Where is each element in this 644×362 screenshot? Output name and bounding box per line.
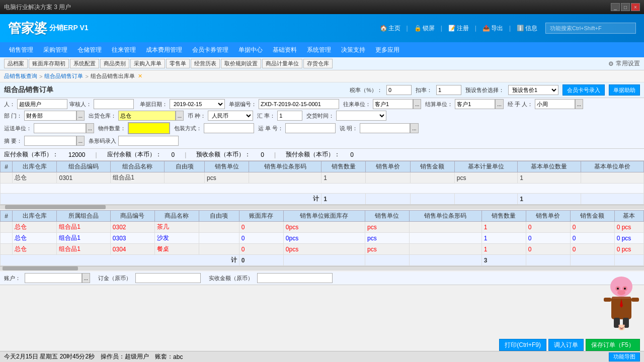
help-btn[interactable]: 单据助助 bbox=[609, 84, 640, 96]
operator-input[interactable] bbox=[17, 99, 67, 109]
toolbar-product-file[interactable]: 品档案 bbox=[4, 59, 28, 68]
dept-select-btn[interactable]: ... bbox=[76, 111, 85, 121]
svg-point-7 bbox=[617, 290, 625, 295]
print-btn[interactable]: 打印(Ctrl+F9) bbox=[499, 339, 546, 351]
order-amount-input[interactable] bbox=[135, 273, 201, 283]
note-input[interactable] bbox=[360, 123, 410, 133]
menu-member[interactable]: 会员卡券管理 bbox=[187, 44, 233, 56]
waybill-input[interactable] bbox=[285, 123, 336, 133]
nav-export[interactable]: 📤 导出 bbox=[482, 24, 503, 33]
sub-table-scrollbar[interactable] bbox=[0, 266, 644, 270]
currency-label: 币 种： bbox=[188, 112, 206, 120]
partner-label: 往来单位： bbox=[343, 101, 371, 108]
nav-lock[interactable]: 🔒 锁屏 bbox=[414, 24, 435, 33]
import-btn[interactable]: 调入订单 bbox=[548, 339, 584, 351]
nav-info[interactable]: ℹ️ 信息 bbox=[517, 24, 537, 33]
minimize-btn[interactable]: _ bbox=[611, 3, 620, 11]
remarks-input[interactable] bbox=[24, 136, 76, 146]
nav-register[interactable]: 📝 注册 bbox=[448, 24, 469, 33]
approver-input[interactable] bbox=[94, 99, 134, 109]
close-btn[interactable]: × bbox=[631, 3, 640, 11]
maximize-btn[interactable]: □ bbox=[621, 3, 630, 11]
currency-select[interactable]: 人民币 bbox=[208, 111, 253, 121]
menu-basic[interactable]: 基础资料 bbox=[268, 44, 302, 56]
partner-input[interactable] bbox=[373, 99, 413, 109]
note-select-btn[interactable]: ... bbox=[410, 123, 418, 133]
header-nav: 🏠 主页 | 🔒 锁屏 | 📝 注册 | 📤 导出 | ℹ️ 信息 bbox=[380, 24, 538, 33]
account-select-btn[interactable]: ... bbox=[82, 273, 90, 283]
toolbar-price-rules[interactable]: 取价规则设置 bbox=[221, 59, 261, 68]
pack-input[interactable] bbox=[204, 123, 254, 133]
preset-select[interactable]: 预设售价1 bbox=[508, 85, 558, 95]
header-search-input[interactable] bbox=[545, 23, 636, 34]
sub-col-name: 商品名称 bbox=[154, 211, 199, 222]
svg-rect-9 bbox=[612, 297, 630, 299]
menu-bills[interactable]: 单据中心 bbox=[233, 44, 268, 56]
toolbar-history[interactable]: 经营历表 bbox=[191, 59, 220, 68]
sub-table-row[interactable]: 总仓 组合品1 0304 餐桌 0 0pcs pcs 1 0 0 0 pcs bbox=[1, 244, 644, 255]
toolbar-account-stock[interactable]: 账面库存期初 bbox=[29, 59, 69, 68]
member-card-btn[interactable]: 会员卡号录入 bbox=[562, 84, 605, 96]
pre-pay-value: 0 bbox=[350, 151, 354, 158]
warehouse-select-btn[interactable]: ... bbox=[176, 111, 184, 121]
operator-label: 人： bbox=[4, 101, 15, 108]
order-no-input[interactable] bbox=[259, 99, 339, 109]
sub-col-unit: 销售单位 bbox=[365, 211, 409, 222]
col-price: 销售单价 bbox=[366, 161, 410, 172]
remarks-select-btn[interactable]: ... bbox=[76, 136, 85, 146]
menu-decision[interactable]: 决策支持 bbox=[336, 44, 370, 56]
account-input[interactable] bbox=[25, 273, 82, 283]
toolbar-config[interactable]: 系统配置 bbox=[70, 59, 99, 68]
sub-col-no: # bbox=[1, 211, 13, 222]
rate-input[interactable] bbox=[277, 111, 302, 121]
toolbar-retail[interactable]: 零售单 bbox=[166, 59, 190, 68]
qty-input[interactable] bbox=[129, 123, 169, 133]
ship-input[interactable] bbox=[34, 123, 86, 133]
toolbar-product-category[interactable]: 商品类别 bbox=[100, 59, 129, 68]
breadcrumb-item-2[interactable]: 组合品销售订单 bbox=[44, 72, 83, 80]
tax-input[interactable] bbox=[386, 85, 412, 95]
actual-amount-input[interactable] bbox=[257, 273, 333, 283]
dept-input[interactable] bbox=[24, 111, 76, 121]
nav-home[interactable]: 🏠 主页 bbox=[380, 24, 400, 33]
menu-relations[interactable]: 往来管理 bbox=[107, 44, 141, 56]
save-btn[interactable]: 保存订单（F5） bbox=[586, 339, 640, 351]
barcode-input[interactable] bbox=[118, 136, 179, 146]
toolbar-measure[interactable]: 商品计量单位 bbox=[262, 59, 302, 68]
account-label: 账户： bbox=[4, 275, 21, 282]
sub-table-row[interactable]: 总仓 组合品1 0303 沙发 0 0pcs pcs 1 0 0 0 pcs bbox=[1, 233, 644, 244]
main-menu: 销售管理 采购管理 仓储管理 往来管理 成本费用管理 会员卡券管理 单据中心 基… bbox=[0, 42, 644, 57]
qty-label: 物件数量： bbox=[98, 125, 126, 132]
function-map-btn[interactable]: 功能导图 bbox=[609, 352, 640, 361]
sub-col-base: 基本 bbox=[614, 211, 643, 222]
date-input[interactable]: 2019-02-15 bbox=[170, 99, 225, 109]
discount-input[interactable] bbox=[436, 85, 461, 95]
partner-select-btn[interactable]: ... bbox=[413, 99, 421, 109]
rate-label: 汇 率： bbox=[257, 112, 275, 120]
toolbar-settings[interactable]: ⚙ 常用设置 bbox=[608, 59, 640, 68]
cell-qty: 1 bbox=[321, 172, 366, 184]
main-table-scrollbar[interactable] bbox=[0, 205, 644, 209]
menu-warehouse[interactable]: 仓储管理 bbox=[72, 44, 107, 56]
settle-select-btn[interactable]: ... bbox=[495, 99, 503, 109]
breadcrumb-item-1[interactable]: 品销售板查询 bbox=[4, 72, 37, 80]
ship-select-btn[interactable]: ... bbox=[86, 123, 94, 133]
settle-input[interactable] bbox=[455, 99, 495, 109]
handler-input[interactable] bbox=[535, 99, 575, 109]
toolbar-purchase-in[interactable]: 采购入库单 bbox=[130, 59, 165, 68]
warehouse-input[interactable] bbox=[118, 111, 176, 121]
menu-system[interactable]: 系统管理 bbox=[302, 44, 336, 56]
handler-select-btn[interactable]: ... bbox=[575, 99, 583, 109]
toolbar-warehouse[interactable]: 存货仓库 bbox=[303, 59, 333, 68]
menu-cost[interactable]: 成本费用管理 bbox=[141, 44, 187, 56]
col-base-qty: 基本单位数量 bbox=[518, 161, 581, 172]
table-row[interactable]: 总仓 0301 组合品1 pcs 1 pcs 1 bbox=[1, 172, 644, 184]
sub-table-row[interactable]: 总仓 组合品1 0302 茶几 0 0pcs pcs 1 0 0 0 pcs bbox=[1, 222, 644, 233]
pack-label: 包装方式： bbox=[174, 125, 202, 132]
col-base-price: 基本单位单价 bbox=[581, 161, 643, 172]
menu-more[interactable]: 更多应用 bbox=[370, 44, 405, 56]
menu-sales[interactable]: 销售管理 bbox=[4, 44, 38, 56]
exchange-select[interactable] bbox=[336, 111, 386, 121]
menu-purchase[interactable]: 采购管理 bbox=[38, 44, 72, 56]
pre-pay-label: 预付余额（本币）： bbox=[286, 150, 340, 159]
